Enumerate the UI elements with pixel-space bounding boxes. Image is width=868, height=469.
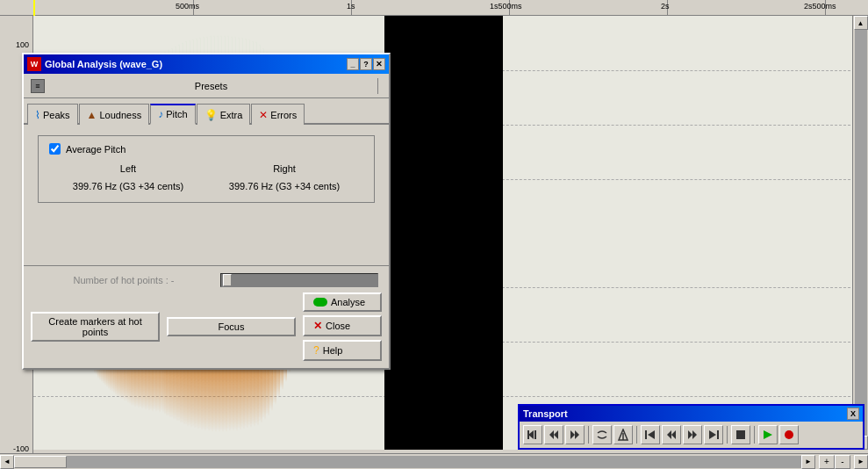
pitch-left-value: 399.76 Hz (G3 +34 cents) <box>51 179 205 193</box>
transport-title: Transport <box>523 408 568 419</box>
ruler-label-1s500ms: 1s500ms <box>490 2 522 11</box>
close-button[interactable]: ✕ Close <box>303 315 382 336</box>
vertical-scrollbar[interactable]: ▲ ▼ <box>852 16 868 450</box>
zoom-out-button[interactable]: - <box>835 455 850 469</box>
transport-loop[interactable] <box>592 425 612 444</box>
transport-divider-1 <box>588 426 589 444</box>
scroll-thumb-horizontal[interactable] <box>14 456 67 468</box>
scroll-track-vertical[interactable] <box>855 30 867 436</box>
svg-marker-5 <box>549 430 554 439</box>
transport-divider-2 <box>636 426 637 444</box>
transport-controls <box>520 422 863 448</box>
create-markers-button[interactable]: Create markers at hot points <box>31 312 160 342</box>
transport-metronome[interactable] <box>613 425 633 444</box>
dialog-title-buttons: _ ? ✕ <box>347 58 385 70</box>
ruler-label-2s500ms: 2s500ms <box>804 2 836 11</box>
dialog-help-button[interactable]: ? <box>360 58 372 70</box>
hotpoints-label: Number of hot points : - <box>31 275 217 285</box>
transport-play-button[interactable] <box>758 425 778 444</box>
hotpoints-row: Number of hot points : - <box>31 273 382 287</box>
extra-icon: 💡 <box>204 109 218 121</box>
scroll-track-horizontal[interactable] <box>14 456 801 468</box>
amp-label-neg100: -100 <box>13 444 29 453</box>
svg-marker-7 <box>570 430 575 439</box>
average-pitch-checkbox[interactable] <box>49 143 61 155</box>
help-button[interactable]: ? Help <box>303 340 382 361</box>
side-buttons: Analyse ✕ Close ? Help <box>303 292 382 361</box>
pitch-data-row: 399.76 Hz (G3 +34 cents) 399.76 Hz (G3 +… <box>51 179 362 193</box>
scroll-right-end-button[interactable]: ► <box>854 455 868 469</box>
svg-marker-15 <box>688 430 692 439</box>
horizontal-scrollbar[interactable]: ◄ ► + - ► <box>0 453 868 469</box>
focus-button[interactable]: Focus <box>167 317 296 336</box>
pitch-right-value: 399.76 Hz (G3 +34 cents) <box>207 179 362 193</box>
transport-close-button[interactable]: X <box>847 408 859 420</box>
presets-divider <box>377 78 378 94</box>
tab-loudness[interactable]: ▲ Loudness <box>79 104 150 125</box>
transport-goto-end[interactable] <box>704 425 723 444</box>
checkbox-header: Average Pitch <box>49 143 363 155</box>
scroll-up-button[interactable]: ▲ <box>854 16 868 30</box>
amp-label-100: 100 <box>16 40 29 49</box>
tab-peaks[interactable]: ⌇ Peaks <box>27 104 78 125</box>
tab-pitch[interactable]: ♪ Pitch <box>150 104 195 125</box>
scroll-left-button[interactable]: ◄ <box>0 455 14 469</box>
analyse-button[interactable]: Analyse <box>303 292 382 312</box>
dialog-close-button[interactable]: ✕ <box>373 58 385 70</box>
ruler-label-1s: 1s <box>347 2 355 11</box>
svg-rect-19 <box>736 430 745 439</box>
pitch-data-table: Left Right 399.76 Hz (G3 +34 cents) 399.… <box>49 162 363 195</box>
tab-loudness-label: Loudness <box>99 110 141 120</box>
tabs-bar: ⌇ Peaks ▲ Loudness ♪ Pitch 💡 Extra ✕ Err… <box>24 98 389 125</box>
transport-forward-loop[interactable] <box>565 425 585 444</box>
ruler-label-500ms: 500ms <box>176 2 199 11</box>
transport-divider-4 <box>754 426 755 444</box>
transport-divider-3 <box>727 426 728 444</box>
hotpoints-slider[interactable] <box>220 273 378 287</box>
transport-rewind[interactable] <box>662 425 681 444</box>
transport-goto-start2[interactable] <box>641 425 660 444</box>
svg-marker-12 <box>648 430 655 439</box>
svg-marker-8 <box>575 430 579 439</box>
analyse-label: Analyse <box>331 297 365 307</box>
average-pitch-section: Average Pitch Left Right 399.76 Hz (G3 +… <box>38 135 375 203</box>
tab-extra-label: Extra <box>220 110 243 120</box>
slider-thumb[interactable] <box>223 274 232 286</box>
tab-pitch-label: Pitch <box>166 109 187 119</box>
dialog-minimize-button[interactable]: _ <box>347 58 359 70</box>
svg-marker-20 <box>764 430 772 439</box>
col-right-header: Right <box>207 163 362 177</box>
dialog-title: W Global Analysis (wave_G) <box>27 57 162 71</box>
transport-record-button[interactable] <box>779 425 799 444</box>
loudness-icon: ▲ <box>87 109 97 121</box>
analyse-icon <box>313 298 327 307</box>
global-analysis-dialog: W Global Analysis (wave_G) _ ? ✕ ≡ Prese… <box>22 53 391 370</box>
average-pitch-label: Average Pitch <box>66 144 126 155</box>
transport-fast-forward[interactable] <box>683 425 702 444</box>
transport-titlebar: Transport X <box>520 406 863 422</box>
scroll-right-button[interactable]: ► <box>801 455 815 469</box>
close-label: Close <box>326 321 350 331</box>
transport-goto-start[interactable] <box>523 425 542 444</box>
transport-rewind-loop[interactable] <box>544 425 563 444</box>
presets-bar: ≡ Presets <box>24 74 389 98</box>
action-row: Create markers at hot points Focus Analy… <box>31 292 382 361</box>
dialog-app-icon: W <box>27 57 41 71</box>
svg-rect-11 <box>645 430 647 439</box>
svg-marker-17 <box>709 430 716 439</box>
tab-errors[interactable]: ✕ Errors <box>251 104 305 125</box>
tab-extra[interactable]: 💡 Extra <box>197 104 251 125</box>
dialog-title-text: Global Analysis (wave_G) <box>45 59 162 69</box>
close-icon: ✕ <box>313 320 322 332</box>
position-marker <box>33 0 35 16</box>
svg-point-21 <box>785 430 793 439</box>
svg-marker-16 <box>692 430 697 439</box>
svg-rect-3 <box>534 430 536 439</box>
dialog-content: Average Pitch Left Right 399.76 Hz (G3 +… <box>24 125 389 265</box>
tab-errors-label: Errors <box>270 110 297 120</box>
svg-rect-18 <box>717 430 719 439</box>
ruler-label-2s: 2s <box>661 2 670 11</box>
pitch-icon: ♪ <box>158 108 163 120</box>
transport-stop-button[interactable] <box>731 425 750 444</box>
zoom-in-button[interactable]: + <box>819 455 835 469</box>
